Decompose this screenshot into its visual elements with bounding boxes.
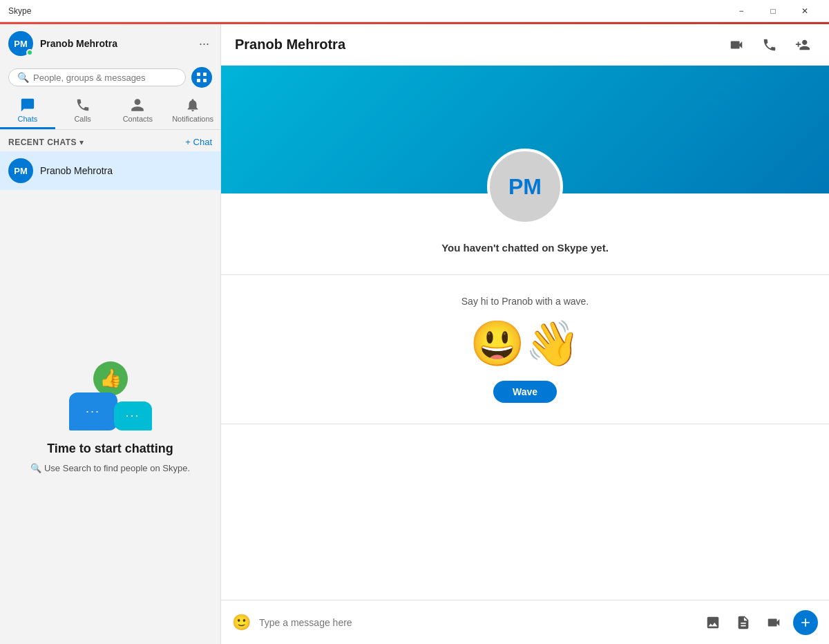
- grid-icon: [196, 72, 207, 83]
- tab-calls[interactable]: Calls: [55, 92, 111, 129]
- thumbs-up-emoji: 👍: [93, 361, 128, 396]
- title-bar: Skype − □ ✕: [0, 0, 829, 22]
- empty-title: Time to start chatting: [47, 442, 173, 456]
- search-input[interactable]: [33, 73, 177, 83]
- video-clip-icon: [766, 615, 781, 630]
- chats-icon: [20, 97, 35, 113]
- tab-chats[interactable]: Chats: [0, 92, 55, 129]
- chat-name: Pranob Mehrotra: [40, 165, 113, 176]
- bubble-blue: ···: [69, 392, 117, 430]
- svg-rect-0: [197, 73, 200, 76]
- chat-bubbles-illustration: 👍 ··· ···: [69, 361, 152, 430]
- sidebar: PM Pranob Mehrotra ··· 🔍: [0, 24, 221, 644]
- maximize-button[interactable]: □: [757, 0, 789, 22]
- no-chat-message: You haven't chatted on Skype yet.: [441, 242, 609, 254]
- wave-emoji: 😃👋: [470, 318, 580, 370]
- profile-banner: PM: [221, 66, 829, 193]
- sidebar-username: Pranob Mehrotra: [40, 38, 189, 49]
- phone-icon: [762, 37, 777, 53]
- audio-call-button[interactable]: [757, 32, 782, 57]
- new-chat-button[interactable]: + Chat: [185, 137, 212, 147]
- message-input-bar: 🙂: [221, 600, 829, 644]
- chat-item[interactable]: PM Pranob Mehrotra: [0, 151, 220, 190]
- emoji-button[interactable]: 🙂: [232, 614, 251, 632]
- minimize-button[interactable]: −: [725, 0, 757, 22]
- window-controls: − □ ✕: [725, 0, 821, 22]
- add-attachment-button[interactable]: [793, 610, 818, 635]
- search-input-wrap: 🔍: [8, 68, 186, 86]
- search-icon: 🔍: [17, 72, 29, 83]
- search-small-icon: 🔍: [30, 463, 41, 473]
- sidebar-header: PM Pranob Mehrotra ···: [0, 24, 220, 63]
- online-indicator: [26, 49, 33, 56]
- chat-avatar: PM: [8, 158, 33, 183]
- add-people-button[interactable]: [191, 67, 212, 88]
- recent-chats-label: RECENT CHATS: [8, 138, 77, 147]
- contacts-icon: [130, 97, 145, 113]
- main-content: Pranob Mehrotra PM You haven't chatted o…: [221, 24, 829, 644]
- more-options-button[interactable]: ···: [196, 34, 212, 54]
- add-contact-button[interactable]: [790, 32, 815, 57]
- search-bar: 🔍: [0, 63, 220, 92]
- file-upload-button[interactable]: [732, 612, 754, 634]
- app-body: PM Pranob Mehrotra ··· 🔍: [0, 24, 829, 644]
- wave-button[interactable]: Wave: [493, 381, 557, 403]
- add-person-icon: [795, 37, 810, 53]
- contact-avatar-large: PM: [487, 149, 563, 225]
- document-icon: [736, 615, 751, 630]
- nav-tabs: Chats Calls Contacts Notifications: [0, 92, 220, 130]
- app-title: Skype: [8, 6, 725, 16]
- image-icon: [705, 615, 721, 630]
- say-hi-text: Say hi to Pranob with a wave.: [461, 296, 589, 307]
- image-upload-button[interactable]: [702, 612, 724, 634]
- chat-body: You haven't chatted on Skype yet. Say hi…: [221, 193, 829, 600]
- message-input[interactable]: [259, 617, 694, 628]
- wave-section: Say hi to Pranob with a wave. 😃👋 Wave: [221, 275, 829, 424]
- empty-state: 👍 ··· ··· Time to start chatting 🔍 Use S…: [0, 190, 220, 644]
- recent-chats-header: RECENT CHATS ▾ + Chat: [0, 130, 220, 151]
- video-call-button[interactable]: [724, 32, 749, 57]
- close-button[interactable]: ✕: [789, 0, 821, 22]
- bubble-teal: ···: [114, 401, 152, 430]
- chat-list: PM Pranob Mehrotra: [0, 151, 220, 190]
- chat-contact-name: Pranob Mehrotra: [235, 37, 716, 53]
- svg-rect-1: [203, 73, 207, 76]
- recent-chevron-icon[interactable]: ▾: [79, 138, 84, 147]
- plus-icon: [799, 616, 812, 629]
- notifications-icon: [185, 97, 200, 113]
- svg-rect-2: [197, 79, 200, 82]
- svg-rect-3: [203, 79, 207, 82]
- video-icon: [729, 37, 744, 53]
- empty-subtitle: 🔍 Use Search to find people on Skype.: [30, 463, 190, 473]
- user-avatar: PM: [8, 31, 33, 56]
- chat-header: Pranob Mehrotra: [221, 24, 829, 66]
- video-message-button[interactable]: [763, 612, 785, 634]
- tab-contacts[interactable]: Contacts: [111, 92, 166, 129]
- tab-notifications[interactable]: Notifications: [165, 92, 220, 129]
- calls-icon: [75, 97, 90, 113]
